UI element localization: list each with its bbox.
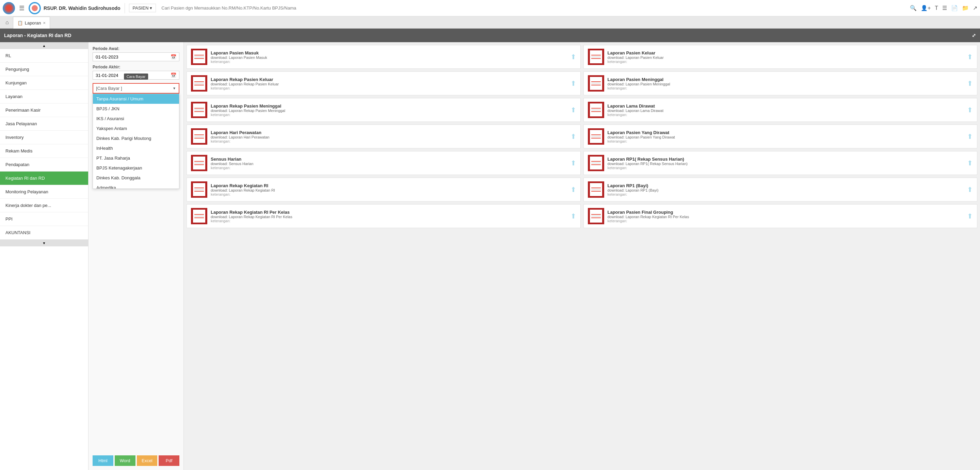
report-card-5[interactable]: Laporan Lama Dirawat download: Laporan L… (584, 98, 978, 122)
report-card-11[interactable]: Laporan RP1 (Bayi) download: Laporan RP1… (584, 178, 978, 202)
dropdown-item-3[interactable]: Yakspen Antam (93, 124, 179, 133)
report-upload-icon-7[interactable]: ⬆ (967, 132, 973, 141)
sidebar-item-inventory[interactable]: Inventory (0, 131, 88, 144)
sidebar-item-rl[interactable]: RL (0, 49, 88, 63)
report-title-0: Laporan Pasien Masuk (211, 50, 567, 56)
search-icon[interactable]: 🔍 (910, 5, 917, 11)
sidebar-item-ppi[interactable]: PPI (0, 212, 88, 226)
report-info-12: Laporan Rekap Kegiatan RI Per Kelas down… (211, 210, 567, 223)
dropdown-item-8[interactable]: Dinkes Kab. Donggala (93, 173, 179, 183)
dropdown-item-2[interactable]: IKS / Asuransi (93, 114, 179, 124)
list-icon[interactable]: ☰ (942, 5, 947, 11)
hamburger-icon[interactable]: ☰ (18, 3, 26, 13)
report-download-13: download: Laporan Rekap Kegiatan RI Per … (608, 215, 964, 219)
report-title-9: Laporan RP1( Rekap Sensus Harian) (608, 157, 964, 162)
report-card-4[interactable]: Laporan Rekap Pasien Meninggal download:… (186, 98, 581, 122)
dropdown-selected[interactable]: [Cara Bayar ] ▼ (92, 83, 180, 94)
dropdown-item-0[interactable]: Tanpa Asuransi / Umum (93, 94, 179, 104)
sidebar-item-penerimaan-kasir[interactable]: Penerimaan Kasir (0, 103, 88, 117)
report-upload-icon-4[interactable]: ⬆ (571, 106, 576, 114)
report-thumb-5 (588, 102, 604, 118)
expand-icon[interactable]: ⤢ (972, 33, 976, 38)
sidebar-item-layanan[interactable]: Layanan (0, 90, 88, 103)
sidebar-scroll-up[interactable]: ▲ (0, 42, 88, 49)
sidebar-item-monitoring-pelayanan[interactable]: Monitoring Pelayanan (0, 185, 88, 199)
dropdown-tooltip: Cara Bayar (124, 73, 148, 79)
periode-awal-input[interactable] (95, 54, 170, 60)
report-card-12[interactable]: Laporan Rekap Kegiatan RI Per Kelas down… (186, 204, 581, 228)
sidebar-item-kegiatan-ri-dan-rd[interactable]: Kegiatan RI dan RD (0, 171, 88, 185)
dropdown-item-1[interactable]: BPJS / JKN (93, 104, 179, 114)
sidebar-item-pendapatan[interactable]: Pendapatan (0, 158, 88, 171)
report-download-4: download: Laporan Rekap Pasien Meninggal (211, 109, 567, 113)
report-upload-icon-2[interactable]: ⬆ (571, 79, 576, 87)
dropdown-item-5[interactable]: InHealth (93, 143, 179, 153)
pdf-button[interactable]: Pdf (159, 456, 180, 466)
report-card-6[interactable]: Laporan Hari Perawatan download: Laporan… (186, 125, 581, 148)
report-title-11: Laporan RP1 (Bayi) (608, 183, 964, 188)
report-keterangan-2: keterangan: (211, 86, 567, 90)
report-card-0[interactable]: Laporan Pasien Masuk download: Laporan P… (186, 45, 581, 69)
excel-button[interactable]: Excel (137, 456, 158, 466)
document-icon[interactable]: 📄 (951, 5, 958, 11)
report-upload-icon-0[interactable]: ⬆ (571, 53, 576, 61)
dropdown-item-4[interactable]: Dinkes Kab. Parigi Moutong (93, 133, 179, 143)
report-upload-icon-11[interactable]: ⬆ (967, 186, 973, 194)
report-upload-icon-12[interactable]: ⬆ (571, 212, 576, 220)
html-button[interactable]: Html (92, 456, 113, 466)
sidebar-item-pengunjung[interactable]: Pengunjung (0, 63, 88, 76)
sidebar-item-jasa-pelayanan[interactable]: Jasa Pelayanan (0, 117, 88, 131)
report-download-2: download: Laporan Rekap Pasien Keluar (211, 82, 567, 86)
cara-bayar-dropdown[interactable]: Cara Bayar [Cara Bayar ] ▼ Tanpa Asurans… (92, 83, 180, 94)
report-keterangan-3: keterangan: (608, 86, 964, 90)
report-card-9[interactable]: Laporan RP1( Rekap Sensus Harian) downlo… (584, 151, 978, 175)
report-info-9: Laporan RP1( Rekap Sensus Harian) downlo… (608, 157, 964, 170)
dropdown-item-9[interactable]: Admedika (93, 183, 179, 189)
topbar: ☰ RSUP. DR. Wahidin Sudirohusodo PASIEN … (0, 0, 980, 16)
sidebar-item-akuntansi[interactable]: AKUNTANSI (0, 226, 88, 240)
report-title-7: Laporan Pasien Yang Dirawat (608, 130, 964, 135)
report-card-1[interactable]: Laporan Pasien Keluar download: Laporan … (584, 45, 978, 69)
export-icon[interactable]: ↗ (973, 5, 977, 11)
text-icon[interactable]: T (935, 5, 938, 11)
search-input[interactable] (159, 4, 907, 12)
report-card-10[interactable]: Laporan Rekap Kegiatan RI download: Lapo… (186, 178, 581, 202)
add-user-icon[interactable]: 👤+ (921, 5, 931, 11)
report-download-10: download: Laporan Rekap Kegiatan RI (211, 188, 567, 192)
report-card-2[interactable]: Laporan Rekap Pasien Keluar download: La… (186, 71, 581, 95)
section-header: Laporan - Kegiatan RI dan RD ⤢ (0, 29, 980, 42)
report-card-13[interactable]: Laporan Pasien Final Grouping download: … (584, 204, 978, 228)
report-upload-icon-5[interactable]: ⬆ (967, 106, 973, 114)
periode-awal-calendar-icon[interactable]: 📅 (170, 54, 176, 60)
folder-icon[interactable]: 📁 (962, 5, 969, 11)
sidebar-item-kinerja-dokter-dan-pe...[interactable]: Kinerja dokter dan pe... (0, 199, 88, 212)
report-upload-icon-3[interactable]: ⬆ (967, 79, 973, 87)
report-upload-icon-10[interactable]: ⬆ (571, 186, 576, 194)
hospital-logo (29, 2, 41, 14)
dropdown-item-6[interactable]: PT. Jasa Raharja (93, 153, 179, 163)
report-card-8[interactable]: Sensus Harian download: Sensus Harian ke… (186, 151, 581, 175)
report-upload-icon-1[interactable]: ⬆ (967, 53, 973, 61)
word-button[interactable]: Word (115, 456, 135, 466)
laporan-tab[interactable]: 📋 Laporan ✕ (13, 17, 50, 29)
report-upload-icon-8[interactable]: ⬆ (571, 159, 576, 167)
sidebar-scroll-down[interactable]: ▼ (0, 240, 88, 246)
sidebar-item-rekam-medis[interactable]: Rekam Medis (0, 144, 88, 158)
report-keterangan-5: keterangan: (608, 113, 964, 117)
dropdown-placeholder: [Cara Bayar ] (96, 86, 122, 91)
report-upload-icon-13[interactable]: ⬆ (967, 212, 973, 220)
report-upload-icon-9[interactable]: ⬆ (967, 159, 973, 167)
tab-close-icon[interactable]: ✕ (43, 21, 46, 25)
dropdown-item-7[interactable]: BPJS Ketenagakerjaan (93, 163, 179, 173)
report-title-13: Laporan Pasien Final Grouping (608, 210, 964, 215)
action-buttons: Html Word Excel Pdf (92, 456, 180, 466)
report-card-7[interactable]: Laporan Pasien Yang Dirawat download: La… (584, 125, 978, 148)
report-download-8: download: Sensus Harian (211, 162, 567, 166)
report-thumb-4 (191, 102, 207, 118)
periode-akhir-calendar-icon[interactable]: 📅 (170, 73, 176, 78)
report-card-3[interactable]: Laporan Pasien Meninggal download: Lapor… (584, 71, 978, 95)
pasien-button[interactable]: PASIEN ▾ (129, 4, 156, 12)
report-upload-icon-6[interactable]: ⬆ (571, 132, 576, 141)
home-icon[interactable]: ⌂ (3, 18, 11, 27)
sidebar-item-kunjungan[interactable]: Kunjungan (0, 76, 88, 90)
